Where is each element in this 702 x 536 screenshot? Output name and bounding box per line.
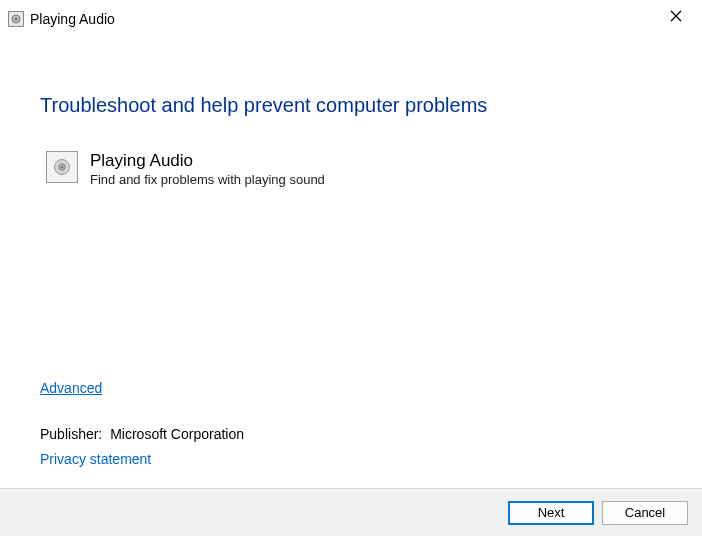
privacy-statement-link[interactable]: Privacy statement bbox=[40, 451, 151, 467]
cancel-button[interactable]: Cancel bbox=[602, 501, 688, 525]
advanced-link[interactable]: Advanced bbox=[40, 380, 102, 396]
window-title: Playing Audio bbox=[30, 11, 115, 27]
troubleshooter-title: Playing Audio bbox=[90, 151, 325, 171]
page-heading: Troubleshoot and help prevent computer p… bbox=[40, 94, 662, 117]
publisher-value: Microsoft Corporation bbox=[110, 426, 244, 442]
next-button[interactable]: Next bbox=[508, 501, 594, 525]
troubleshooter-description: Find and fix problems with playing sound bbox=[90, 172, 325, 187]
window-icon bbox=[8, 11, 24, 27]
troubleshooter-item: Playing Audio Find and fix problems with… bbox=[46, 151, 662, 187]
close-icon bbox=[670, 10, 682, 22]
publisher-info: Publisher: Microsoft Corporation bbox=[40, 426, 244, 442]
content-area: Troubleshoot and help prevent computer p… bbox=[0, 36, 702, 187]
publisher-label: Publisher: bbox=[40, 426, 102, 442]
troubleshooter-text: Playing Audio Find and fix problems with… bbox=[90, 151, 325, 187]
svg-point-1 bbox=[15, 18, 17, 20]
speaker-icon bbox=[46, 151, 78, 183]
footer: Next Cancel bbox=[0, 488, 702, 536]
svg-point-6 bbox=[61, 166, 63, 168]
titlebar: Playing Audio bbox=[0, 0, 702, 36]
close-button[interactable] bbox=[656, 2, 696, 30]
